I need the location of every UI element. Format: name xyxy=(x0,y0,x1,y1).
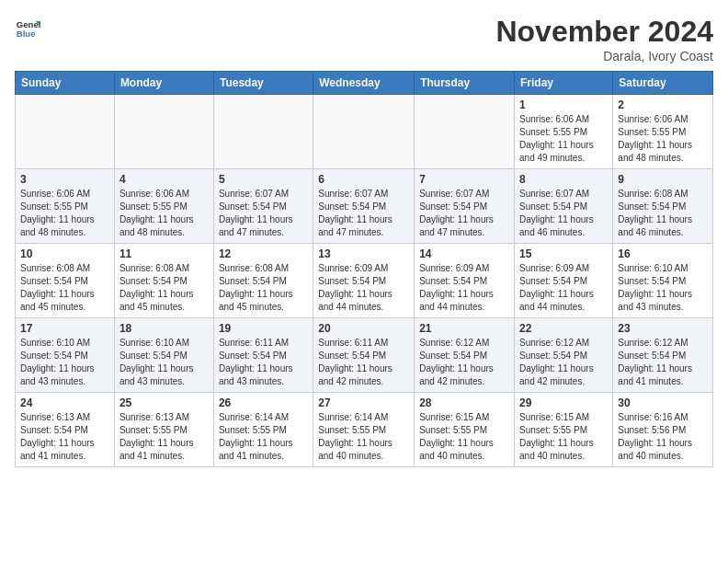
day-cell: 13Sunrise: 6:09 AM Sunset: 5:54 PM Dayli… xyxy=(313,244,415,318)
day-cell: 27Sunrise: 6:14 AM Sunset: 5:55 PM Dayli… xyxy=(313,393,415,467)
day-info: Sunrise: 6:08 AM Sunset: 5:54 PM Dayligh… xyxy=(119,262,209,314)
day-number: 13 xyxy=(318,247,409,260)
day-cell xyxy=(415,95,515,169)
day-info: Sunrise: 6:07 AM Sunset: 5:54 PM Dayligh… xyxy=(519,188,608,239)
day-number: 10 xyxy=(20,247,109,260)
day-info: Sunrise: 6:12 AM Sunset: 5:54 PM Dayligh… xyxy=(419,337,509,388)
day-info: Sunrise: 6:06 AM Sunset: 5:55 PM Dayligh… xyxy=(519,113,608,165)
day-number: 1 xyxy=(519,98,608,111)
week-row-5: 24Sunrise: 6:13 AM Sunset: 5:54 PM Dayli… xyxy=(16,393,713,467)
location: Darala, Ivory Coast xyxy=(495,49,713,63)
day-info: Sunrise: 6:08 AM Sunset: 5:54 PM Dayligh… xyxy=(618,188,708,239)
day-number: 17 xyxy=(20,322,109,335)
day-info: Sunrise: 6:15 AM Sunset: 5:55 PM Dayligh… xyxy=(519,411,608,463)
day-info: Sunrise: 6:11 AM Sunset: 5:54 PM Dayligh… xyxy=(318,337,409,388)
day-number: 2 xyxy=(618,98,708,111)
day-cell: 18Sunrise: 6:10 AM Sunset: 5:54 PM Dayli… xyxy=(114,318,213,393)
day-number: 16 xyxy=(618,247,708,260)
day-number: 3 xyxy=(20,173,109,186)
day-cell: 22Sunrise: 6:12 AM Sunset: 5:54 PM Dayli… xyxy=(515,318,613,393)
logo-icon: General Blue xyxy=(15,15,40,40)
day-cell: 21Sunrise: 6:12 AM Sunset: 5:54 PM Dayli… xyxy=(415,318,515,393)
day-info: Sunrise: 6:11 AM Sunset: 5:54 PM Dayligh… xyxy=(219,337,308,388)
day-info: Sunrise: 6:12 AM Sunset: 5:54 PM Dayligh… xyxy=(618,337,708,388)
day-number: 12 xyxy=(219,247,308,260)
day-info: Sunrise: 6:09 AM Sunset: 5:54 PM Dayligh… xyxy=(419,262,509,314)
day-cell: 24Sunrise: 6:13 AM Sunset: 5:54 PM Dayli… xyxy=(16,393,115,467)
day-cell: 2Sunrise: 6:06 AM Sunset: 5:55 PM Daylig… xyxy=(613,95,713,169)
day-info: Sunrise: 6:07 AM Sunset: 5:54 PM Dayligh… xyxy=(219,188,308,239)
title-block: November 2024 Darala, Ivory Coast xyxy=(495,15,713,63)
week-row-3: 10Sunrise: 6:08 AM Sunset: 5:54 PM Dayli… xyxy=(16,244,713,318)
day-number: 20 xyxy=(318,322,409,335)
day-number: 25 xyxy=(119,396,209,409)
day-info: Sunrise: 6:14 AM Sunset: 5:55 PM Dayligh… xyxy=(318,411,409,463)
day-cell: 15Sunrise: 6:09 AM Sunset: 5:54 PM Dayli… xyxy=(515,244,613,318)
day-cell: 29Sunrise: 6:15 AM Sunset: 5:55 PM Dayli… xyxy=(515,393,613,467)
day-info: Sunrise: 6:06 AM Sunset: 5:55 PM Dayligh… xyxy=(618,113,708,165)
week-row-4: 17Sunrise: 6:10 AM Sunset: 5:54 PM Dayli… xyxy=(16,318,713,393)
day-info: Sunrise: 6:09 AM Sunset: 5:54 PM Dayligh… xyxy=(318,262,409,314)
day-cell: 25Sunrise: 6:13 AM Sunset: 5:55 PM Dayli… xyxy=(114,393,213,467)
day-cell: 11Sunrise: 6:08 AM Sunset: 5:54 PM Dayli… xyxy=(114,244,213,318)
day-cell xyxy=(213,95,313,169)
day-cell: 10Sunrise: 6:08 AM Sunset: 5:54 PM Dayli… xyxy=(16,244,115,318)
month-title: November 2024 xyxy=(495,15,713,49)
day-number: 15 xyxy=(519,247,608,260)
day-info: Sunrise: 6:10 AM Sunset: 5:54 PM Dayligh… xyxy=(618,262,708,314)
day-cell: 8Sunrise: 6:07 AM Sunset: 5:54 PM Daylig… xyxy=(515,169,613,244)
day-cell: 28Sunrise: 6:15 AM Sunset: 5:55 PM Dayli… xyxy=(415,393,515,467)
day-cell xyxy=(16,95,115,169)
day-cell: 7Sunrise: 6:07 AM Sunset: 5:54 PM Daylig… xyxy=(415,169,515,244)
weekday-header-tuesday: Tuesday xyxy=(213,72,313,95)
day-cell: 1Sunrise: 6:06 AM Sunset: 5:55 PM Daylig… xyxy=(515,95,613,169)
day-cell: 20Sunrise: 6:11 AM Sunset: 5:54 PM Dayli… xyxy=(313,318,415,393)
day-info: Sunrise: 6:07 AM Sunset: 5:54 PM Dayligh… xyxy=(419,188,509,239)
page-header: General Blue November 2024 Darala, Ivory… xyxy=(15,15,713,63)
day-number: 28 xyxy=(419,396,509,409)
day-cell: 9Sunrise: 6:08 AM Sunset: 5:54 PM Daylig… xyxy=(613,169,713,244)
day-info: Sunrise: 6:10 AM Sunset: 5:54 PM Dayligh… xyxy=(119,337,209,388)
day-number: 19 xyxy=(219,322,308,335)
day-cell xyxy=(313,95,415,169)
svg-text:Blue: Blue xyxy=(17,29,36,39)
weekday-header-saturday: Saturday xyxy=(613,72,713,95)
day-info: Sunrise: 6:10 AM Sunset: 5:54 PM Dayligh… xyxy=(20,337,109,388)
day-info: Sunrise: 6:09 AM Sunset: 5:54 PM Dayligh… xyxy=(519,262,608,314)
day-info: Sunrise: 6:16 AM Sunset: 5:56 PM Dayligh… xyxy=(618,411,708,463)
day-cell: 30Sunrise: 6:16 AM Sunset: 5:56 PM Dayli… xyxy=(613,393,713,467)
day-cell: 12Sunrise: 6:08 AM Sunset: 5:54 PM Dayli… xyxy=(213,244,313,318)
day-info: Sunrise: 6:07 AM Sunset: 5:54 PM Dayligh… xyxy=(318,188,409,239)
day-cell: 6Sunrise: 6:07 AM Sunset: 5:54 PM Daylig… xyxy=(313,169,415,244)
weekday-header-monday: Monday xyxy=(114,72,213,95)
weekday-header-friday: Friday xyxy=(515,72,613,95)
day-number: 11 xyxy=(119,247,209,260)
day-number: 9 xyxy=(618,173,708,186)
day-info: Sunrise: 6:13 AM Sunset: 5:54 PM Dayligh… xyxy=(20,411,109,463)
calendar-table: SundayMondayTuesdayWednesdayThursdayFrid… xyxy=(15,71,713,467)
day-number: 21 xyxy=(419,322,509,335)
day-cell xyxy=(114,95,213,169)
day-number: 5 xyxy=(219,173,308,186)
weekday-header-wednesday: Wednesday xyxy=(313,72,415,95)
day-cell: 26Sunrise: 6:14 AM Sunset: 5:55 PM Dayli… xyxy=(213,393,313,467)
day-info: Sunrise: 6:13 AM Sunset: 5:55 PM Dayligh… xyxy=(119,411,209,463)
day-cell: 19Sunrise: 6:11 AM Sunset: 5:54 PM Dayli… xyxy=(213,318,313,393)
week-row-1: 1Sunrise: 6:06 AM Sunset: 5:55 PM Daylig… xyxy=(16,95,713,169)
weekday-header-thursday: Thursday xyxy=(415,72,515,95)
day-info: Sunrise: 6:08 AM Sunset: 5:54 PM Dayligh… xyxy=(219,262,308,314)
day-cell: 17Sunrise: 6:10 AM Sunset: 5:54 PM Dayli… xyxy=(16,318,115,393)
week-row-2: 3Sunrise: 6:06 AM Sunset: 5:55 PM Daylig… xyxy=(16,169,713,244)
weekday-header-row: SundayMondayTuesdayWednesdayThursdayFrid… xyxy=(16,72,713,95)
day-number: 6 xyxy=(318,173,409,186)
day-number: 27 xyxy=(318,396,409,409)
day-cell: 23Sunrise: 6:12 AM Sunset: 5:54 PM Dayli… xyxy=(613,318,713,393)
day-number: 18 xyxy=(119,322,209,335)
day-info: Sunrise: 6:06 AM Sunset: 5:55 PM Dayligh… xyxy=(20,188,109,239)
day-number: 8 xyxy=(519,173,608,186)
day-info: Sunrise: 6:12 AM Sunset: 5:54 PM Dayligh… xyxy=(519,337,608,388)
day-info: Sunrise: 6:14 AM Sunset: 5:55 PM Dayligh… xyxy=(219,411,308,463)
day-number: 22 xyxy=(519,322,608,335)
day-number: 29 xyxy=(519,396,608,409)
day-info: Sunrise: 6:06 AM Sunset: 5:55 PM Dayligh… xyxy=(119,188,209,239)
